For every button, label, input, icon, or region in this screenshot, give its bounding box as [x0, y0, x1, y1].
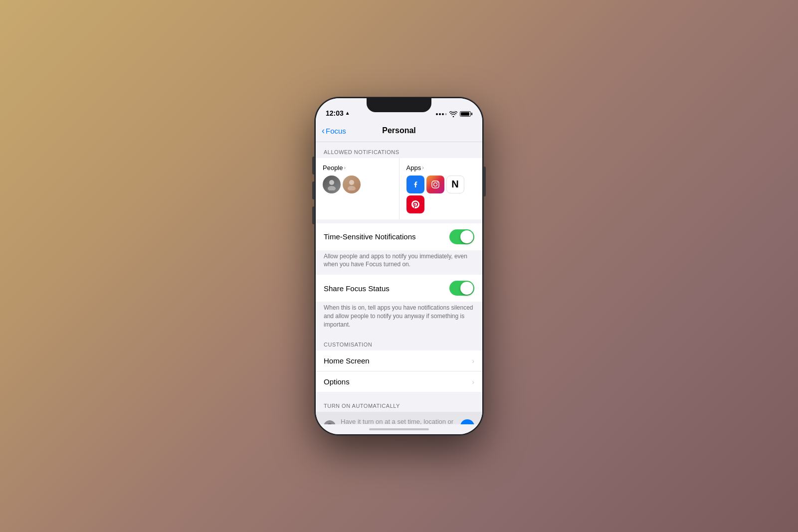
people-chevron-icon: ›	[344, 165, 346, 171]
allowed-notifications-row: People ›	[316, 158, 482, 219]
app-icons: N	[406, 176, 476, 213]
page-title: Personal	[382, 126, 416, 135]
location-icon: ▲	[345, 110, 350, 116]
time-display: 12:03	[326, 109, 344, 117]
time-sensitive-row: Time-Sensitive Notifications	[316, 223, 482, 250]
back-chevron-icon: ‹	[322, 126, 325, 136]
svg-point-2	[349, 180, 354, 185]
people-avatars	[323, 176, 392, 193]
notch	[367, 98, 431, 112]
share-focus-toggle[interactable]	[449, 281, 474, 296]
phone-device: 12:03 ▲	[314, 97, 484, 436]
home-screen-chevron-icon: ›	[472, 357, 474, 365]
options-chevron-icon: ›	[472, 378, 474, 386]
home-bar	[369, 428, 429, 430]
wifi-icon	[449, 111, 457, 117]
svg-point-1	[328, 186, 336, 190]
facebook-icon	[406, 176, 424, 193]
nav-bar: ‹ Focus Personal	[316, 120, 482, 142]
signal-dots	[436, 113, 447, 115]
back-button[interactable]: ‹ Focus	[322, 126, 346, 136]
status-time: 12:03 ▲	[326, 109, 350, 117]
apps-label: Apps ›	[406, 164, 476, 172]
home-screen-row[interactable]: Home Screen ›	[316, 351, 482, 371]
time-sensitive-label: Time-Sensitive Notifications	[324, 232, 416, 241]
share-focus-row: Share Focus Status	[316, 275, 482, 302]
avatar-1	[323, 176, 341, 193]
back-label[interactable]: Focus	[326, 127, 346, 135]
apps-chevron-icon: ›	[422, 165, 424, 171]
avatar-2	[343, 176, 361, 193]
share-focus-label: Share Focus Status	[324, 284, 390, 293]
people-column[interactable]: People ›	[316, 158, 399, 219]
add-auto-button[interactable]: +	[460, 419, 474, 424]
home-indicator	[316, 424, 482, 434]
allowed-notifications-label: ALLOWED NOTIFICATIONS	[316, 142, 482, 158]
home-screen-right: ›	[472, 357, 474, 365]
options-row[interactable]: Options ›	[316, 371, 482, 392]
notion-icon: N	[446, 176, 464, 193]
people-label: People ›	[323, 164, 392, 172]
options-right: ›	[472, 378, 474, 386]
time-sensitive-description: Allow people and apps to notify you imme…	[316, 250, 482, 275]
auto-row-text: Have it turn on at a set time, location …	[341, 418, 460, 424]
options-label: Options	[324, 377, 350, 386]
customisation-label: CUSTOMISATION	[316, 335, 482, 351]
share-focus-description: When this is on, tell apps you have noti…	[316, 302, 482, 335]
instagram-icon	[426, 176, 444, 193]
auto-row-left: Have it turn on at a set time, location …	[324, 418, 460, 424]
svg-point-0	[329, 180, 334, 185]
customisation-card: Home Screen › Options ›	[316, 351, 482, 392]
apps-column[interactable]: Apps › N	[399, 158, 483, 219]
svg-point-6	[437, 181, 438, 182]
svg-point-3	[348, 186, 356, 190]
pinterest-icon	[406, 195, 424, 213]
status-icons	[436, 111, 472, 117]
content-area[interactable]: ALLOWED NOTIFICATIONS People ›	[316, 142, 482, 424]
home-screen-label: Home Screen	[324, 356, 370, 365]
turn-on-auto-label: TURN ON AUTOMATICALLY	[316, 396, 482, 412]
svg-point-5	[433, 182, 437, 186]
phone-screen: 12:03 ▲	[316, 98, 482, 434]
auto-row-icon	[324, 420, 336, 424]
auto-time-row[interactable]: Have it turn on at a set time, location …	[316, 412, 482, 424]
battery-icon	[460, 111, 472, 117]
time-sensitive-toggle[interactable]	[449, 229, 474, 244]
